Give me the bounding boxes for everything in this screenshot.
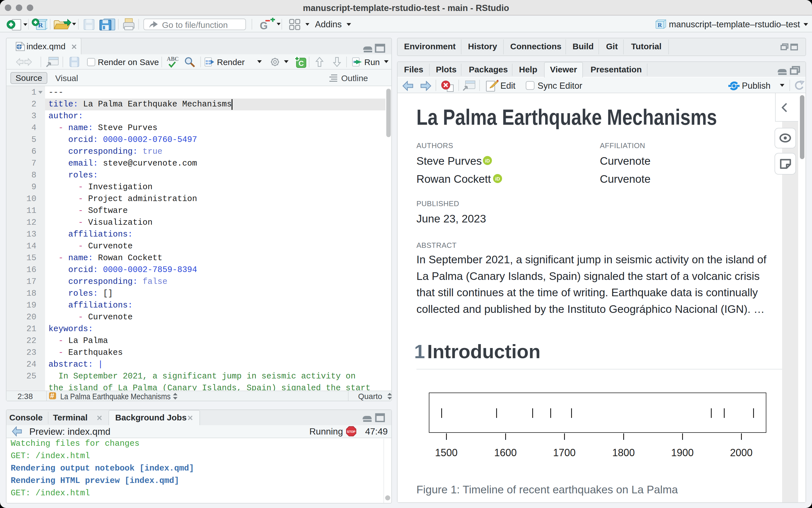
svg-text:iD: iD: [485, 158, 490, 164]
svg-text:C: C: [299, 59, 304, 68]
svg-text:R: R: [658, 22, 662, 29]
svg-text:iD: iD: [495, 176, 500, 182]
svg-text:G: G: [260, 20, 268, 31]
svg-text:STOP: STOP: [347, 430, 356, 433]
svg-text:ABC: ABC: [167, 56, 178, 62]
